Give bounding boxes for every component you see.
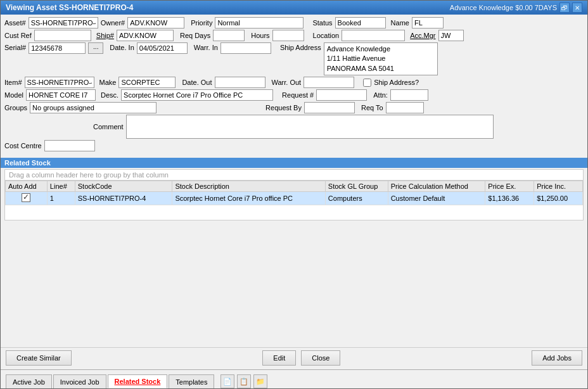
- location-field[interactable]: [342, 30, 405, 41]
- tab-related-stock[interactable]: Related Stock: [108, 374, 168, 388]
- tab-icon-document[interactable]: 📄: [220, 374, 234, 388]
- stock-table: Auto Add Line# StockCode Stock Descripti…: [5, 181, 583, 205]
- hours-label: Hours: [251, 32, 269, 39]
- col-priceinc[interactable]: Price Inc.: [534, 181, 583, 192]
- advance-knowledge-text: Advance Knowledge $0.00 7DAYS: [450, 4, 557, 11]
- costcentre-label: Cost Centre: [4, 142, 42, 150]
- ship-address-line1: Advance Knowledge: [327, 44, 435, 54]
- bottom-buttons-bar: Create Similar Edit Close Add Jobs: [1, 347, 587, 368]
- tab-invoiced-job-label: Invoiced Job: [60, 378, 99, 386]
- ship-field[interactable]: [117, 30, 174, 41]
- col-pricemethod[interactable]: Price Calculation Method: [388, 181, 485, 192]
- name-label: Name: [391, 19, 409, 27]
- create-similar-button[interactable]: Create Similar: [6, 350, 72, 366]
- ship-address-check-label: Ship Address?: [374, 79, 419, 86]
- warrin-label: Warr. In: [194, 44, 218, 51]
- hours-field[interactable]: [272, 30, 304, 41]
- ship-address-checkbox[interactable]: [363, 79, 371, 87]
- form-row-1: Asset# Owner# Priority Status Name: [4, 17, 584, 29]
- col-lineno[interactable]: Line#: [47, 181, 75, 192]
- pricemethod-cell: Customer Default: [388, 192, 485, 205]
- stockdesc-cell: Scorptec Hornet Core i7 Pro office PC: [172, 192, 325, 205]
- close-window-button[interactable]: ✕: [572, 3, 582, 13]
- drag-hint: Drag a column header here to group by th…: [5, 170, 583, 181]
- tab-icon-folder[interactable]: 📁: [253, 374, 267, 388]
- warrout-label: Warr. Out: [272, 79, 302, 86]
- datein-field[interactable]: [137, 42, 188, 54]
- item-field[interactable]: [25, 77, 94, 88]
- tab-related-stock-label: Related Stock: [115, 378, 161, 385]
- priority-label: Priority: [191, 19, 212, 27]
- requestno-label: Request #: [282, 91, 314, 99]
- add-jobs-button[interactable]: Add Jobs: [532, 350, 582, 366]
- restore-button[interactable]: 🗗: [559, 3, 570, 13]
- col-priceex[interactable]: Price Ex.: [485, 181, 534, 192]
- desc-label: Desc.: [101, 91, 118, 99]
- serial-field[interactable]: [29, 42, 86, 54]
- requestby-field[interactable]: [304, 102, 355, 113]
- tab-icon-copy[interactable]: 📋: [237, 374, 251, 388]
- autoadd-cell[interactable]: [6, 192, 48, 205]
- priority-field[interactable]: [215, 17, 304, 29]
- name-field[interactable]: [412, 17, 444, 29]
- ship-label: Ship#: [96, 32, 114, 39]
- requestby-label: Request By: [265, 104, 302, 112]
- reqdays-label: Req Days: [180, 32, 210, 39]
- make-label: Make: [99, 79, 117, 86]
- make-field[interactable]: [118, 77, 176, 88]
- col-stockdesc[interactable]: Stock Description: [172, 181, 325, 192]
- model-label: Model: [4, 91, 23, 99]
- col-autoadd[interactable]: Auto Add: [6, 181, 48, 192]
- warrout-field[interactable]: [304, 77, 354, 88]
- glgroup-cell: Computers: [325, 192, 388, 205]
- shipaddress-label: Ship Address: [280, 44, 321, 51]
- accmgr-label: Acc.Mgr: [410, 32, 435, 39]
- stock-table-container: Auto Add Line# StockCode Stock Descripti…: [5, 181, 583, 220]
- serial-dots-button[interactable]: ···: [88, 42, 103, 54]
- tab-templates-label: Templates: [176, 378, 207, 386]
- custref-field[interactable]: [34, 30, 91, 41]
- groups-label: Groups: [4, 104, 27, 112]
- desc-field[interactable]: [121, 89, 273, 101]
- comment-field[interactable]: [126, 115, 494, 139]
- location-label: Location: [313, 32, 340, 39]
- attn-field[interactable]: [390, 89, 428, 101]
- tab-active-job[interactable]: Active Job: [6, 374, 52, 388]
- item-label: Item#: [4, 79, 22, 86]
- main-window: Viewing Asset SS-HORNETI7PRO-4 Advance K…: [0, 0, 588, 389]
- priceinc-cell: $1,250.00: [534, 192, 583, 205]
- autoadd-checkbox[interactable]: [22, 193, 30, 202]
- reqto-field[interactable]: [386, 102, 424, 113]
- custref-label: Cust Ref: [4, 32, 32, 39]
- accmgr-field[interactable]: [438, 30, 464, 41]
- table-row[interactable]: 1 SS-HORNETI7PRO-4 Scorptec Hornet Core …: [6, 192, 583, 205]
- model-field[interactable]: [26, 89, 96, 101]
- warrin-field[interactable]: [220, 42, 271, 54]
- lineno-cell: 1: [47, 192, 75, 205]
- datein-label: Date. In: [110, 44, 134, 51]
- col-stockcode[interactable]: StockCode: [75, 181, 172, 192]
- priceex-cell: $1,136.36: [485, 192, 534, 205]
- costcentre-field[interactable]: [44, 140, 95, 151]
- form-row-2: Cust Ref Ship# Req Days Hours Location A…: [4, 30, 584, 41]
- tab-templates[interactable]: Templates: [169, 374, 214, 388]
- tab-bar: Active Job Invoiced Job Related Stock Te…: [1, 369, 587, 388]
- edit-button[interactable]: Edit: [262, 350, 296, 366]
- tab-invoiced-job[interactable]: Invoiced Job: [53, 374, 106, 388]
- asset-label: Asset#: [4, 19, 26, 27]
- reqdays-field[interactable]: [213, 30, 245, 41]
- close-button[interactable]: Close: [301, 350, 340, 366]
- stockcode-cell: SS-HORNETI7PRO-4: [75, 192, 172, 205]
- col-glgroup[interactable]: Stock GL Group: [325, 181, 388, 192]
- tab-active-job-label: Active Job: [13, 378, 45, 386]
- owner-field[interactable]: [127, 17, 184, 29]
- form-row-6: Groups Request By Req To: [4, 102, 584, 113]
- reqto-label: Req To: [361, 104, 383, 112]
- dateout-field[interactable]: [215, 77, 265, 88]
- groups-field[interactable]: [30, 102, 157, 113]
- form-row-8: Cost Centre: [4, 140, 584, 151]
- owner-label: Owner#: [101, 19, 125, 27]
- status-field[interactable]: [335, 17, 386, 29]
- requestno-field[interactable]: [316, 89, 367, 101]
- asset-field[interactable]: [29, 17, 98, 29]
